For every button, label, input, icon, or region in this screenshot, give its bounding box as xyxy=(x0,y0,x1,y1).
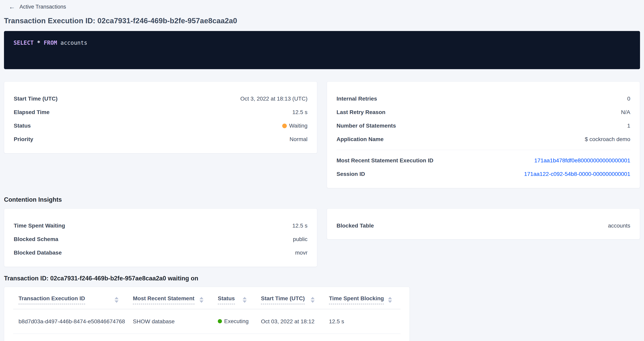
start-time-label: Start Time (UTC) xyxy=(14,96,58,102)
start-time-row: Start Time (UTC) Oct 3, 2022 at 18:13 (U… xyxy=(14,92,308,105)
sort-icon[interactable] xyxy=(243,297,246,303)
sort-icon[interactable] xyxy=(200,297,204,303)
column-header-transaction-execution-id[interactable]: Transaction Execution ID xyxy=(13,295,128,304)
blocked-table-row: Blocked Table accounts xyxy=(336,219,630,233)
page-title: Transaction Execution ID: 02ca7931-f246-… xyxy=(4,17,640,25)
start-time-value: Oct 3, 2022 at 18:13 (UTC) xyxy=(240,96,308,102)
internal-retries-label: Internal Retries xyxy=(336,96,377,102)
column-header-label[interactable]: Transaction Execution ID xyxy=(18,295,85,304)
waiting-status-dot-icon xyxy=(282,124,287,128)
blocked-schema-value: public xyxy=(293,236,308,242)
contention-card-right: Blocked Table accounts xyxy=(327,208,640,240)
internal-retries-value: 0 xyxy=(627,96,630,102)
blocked-table-value: accounts xyxy=(608,223,630,229)
last-retry-reason-label: Last Retry Reason xyxy=(336,109,386,115)
statement-execution-id-row: Most Recent Statement Execution ID 171aa… xyxy=(336,154,630,167)
column-header-start-time[interactable]: Start Time (UTC) xyxy=(256,295,324,304)
priority-row: Priority Normal xyxy=(14,133,308,146)
number-of-statements-row: Number of Statements 1 xyxy=(336,119,630,133)
time-spent-waiting-value: 12.5 s xyxy=(292,223,308,229)
transaction-details-page: ← Active Transactions Transaction Execut… xyxy=(0,0,644,341)
cell-status: Executing xyxy=(212,318,256,325)
priority-value: Normal xyxy=(290,136,308,142)
executing-status-dot-icon xyxy=(218,319,222,323)
waiting-transactions-table: Transaction Execution ID Most Recent Sta… xyxy=(4,287,410,341)
blocked-database-value: movr xyxy=(295,250,308,256)
contention-insights-heading: Contention Insights xyxy=(4,196,640,203)
cell-status-text: Executing xyxy=(224,318,248,325)
blocked-table-label: Blocked Table xyxy=(336,223,374,229)
summary-card-left: Start Time (UTC) Oct 3, 2022 at 18:13 (U… xyxy=(4,81,317,153)
sql-statement-box: SELECT * FROM accounts xyxy=(4,31,640,69)
column-header-label[interactable]: Start Time (UTC) xyxy=(261,295,305,304)
back-to-active-transactions-link[interactable]: ← Active Transactions xyxy=(9,3,66,11)
time-spent-waiting-row: Time Spent Waiting 12.5 s xyxy=(14,219,308,233)
time-spent-waiting-label: Time Spent Waiting xyxy=(14,223,65,229)
number-of-statements-value: 1 xyxy=(627,123,630,129)
summary-card-right: Internal Retries 0 Last Retry Reason N/A… xyxy=(327,81,640,188)
blocked-database-row: Blocked Database movr xyxy=(14,246,308,260)
sort-icon[interactable] xyxy=(114,297,118,303)
sql-keyword-from: FROM xyxy=(44,39,57,46)
table-bottom-space xyxy=(13,334,400,341)
back-link-label[interactable]: Active Transactions xyxy=(20,4,66,10)
cell-time-spent-blocking: 12.5 s xyxy=(324,318,401,325)
contention-card-left: Time Spent Waiting 12.5 s Blocked Schema… xyxy=(4,208,317,267)
sort-icon[interactable] xyxy=(311,297,315,303)
application-name-label: Application Name xyxy=(336,136,384,142)
internal-retries-row: Internal Retries 0 xyxy=(336,92,630,105)
cell-transaction-execution-id: b8d7d03a-d497-446b-8474-e50846674768 xyxy=(13,318,128,325)
priority-label: Priority xyxy=(14,136,33,142)
session-id-value: 171aa122-c092-54b8-0000-000000000001 xyxy=(524,171,630,177)
table-header-row: Transaction Execution ID Most Recent Sta… xyxy=(13,287,400,309)
statement-execution-id-label: Most Recent Statement Execution ID xyxy=(336,157,434,164)
status-row: Status Waiting xyxy=(14,119,308,133)
cell-start-time: Oct 03, 2022 at 18:12 xyxy=(256,318,324,325)
application-name-row: Application Name $ cockroach demo xyxy=(336,133,630,146)
sql-star-token: * xyxy=(37,39,40,46)
waiting-on-heading: Transaction ID: 02ca7931-f246-469b-b2fe-… xyxy=(4,275,640,282)
sql-keyword-select: SELECT xyxy=(14,39,34,46)
cell-most-recent-statement: SHOW database xyxy=(128,318,212,325)
column-header-label[interactable]: Time Spent Blocking xyxy=(329,295,384,304)
last-retry-reason-row: Last Retry Reason N/A xyxy=(336,105,630,119)
table-row: b8d7d03a-d497-446b-8474-e50846674768 SHO… xyxy=(13,309,400,334)
session-id-row: Session ID 171aa122-c092-54b8-0000-00000… xyxy=(336,167,630,181)
application-name-value: $ cockroach demo xyxy=(585,136,630,142)
elapsed-time-label: Elapsed Time xyxy=(14,109,50,115)
session-id-label: Session ID xyxy=(336,171,365,177)
summary-cards-row: Start Time (UTC) Oct 3, 2022 at 18:13 (U… xyxy=(4,81,640,188)
column-header-most-recent-statement[interactable]: Most Recent Statement xyxy=(128,295,212,304)
contention-cards-row: Time Spent Waiting 12.5 s Blocked Schema… xyxy=(4,208,640,267)
status-text: Waiting xyxy=(289,123,308,129)
statement-execution-id-link[interactable]: 171aa1b478fdf0e80000000000000001 xyxy=(534,157,630,164)
elapsed-time-value: 12.5 s xyxy=(292,109,308,115)
number-of-statements-label: Number of Statements xyxy=(336,123,396,129)
statement-execution-id-value: 171aa1b478fdf0e80000000000000001 xyxy=(534,157,630,164)
blocked-database-label: Blocked Database xyxy=(14,250,62,256)
status-value: Waiting xyxy=(282,123,308,129)
sort-icon[interactable] xyxy=(388,297,392,303)
sql-table-name: accounts xyxy=(60,39,87,46)
last-retry-reason-value: N/A xyxy=(621,109,630,115)
column-header-label[interactable]: Most Recent Statement xyxy=(133,295,194,304)
elapsed-time-row: Elapsed Time 12.5 s xyxy=(14,105,308,119)
back-arrow-icon[interactable]: ← xyxy=(9,3,15,10)
session-id-link[interactable]: 171aa122-c092-54b8-0000-000000000001 xyxy=(524,171,630,177)
blocked-schema-label: Blocked Schema xyxy=(14,236,58,242)
status-label: Status xyxy=(14,123,31,129)
column-header-time-spent-blocking[interactable]: Time Spent Blocking xyxy=(324,295,401,304)
card-divider xyxy=(336,150,630,150)
column-header-label[interactable]: Status xyxy=(218,295,235,304)
column-header-status[interactable]: Status xyxy=(212,295,256,304)
blocked-schema-row: Blocked Schema public xyxy=(14,233,308,246)
